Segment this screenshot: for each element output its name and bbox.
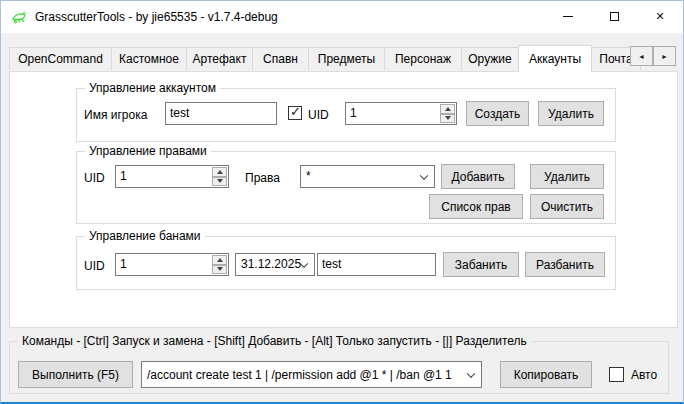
ban-reason-input[interactable] <box>322 255 431 273</box>
auto-checkbox-label: Авто <box>631 368 657 382</box>
spinner-down-button[interactable] <box>212 265 227 275</box>
permissions-management-group: Управление правами UID Права * Добавить … <box>76 151 616 224</box>
remove-permission-button[interactable]: Удалить <box>530 164 604 189</box>
close-button[interactable]: ✕ <box>637 1 683 32</box>
app-logo-icon <box>11 9 27 25</box>
spinner-down-button[interactable] <box>440 114 455 124</box>
uid-checkbox[interactable]: ✓ <box>288 106 302 120</box>
perm-uid-spinner <box>212 167 227 186</box>
ban-uid-field[interactable] <box>115 253 229 276</box>
delete-account-button[interactable]: Удалить <box>538 101 604 126</box>
player-name-field[interactable] <box>165 102 277 125</box>
spinner-down-icon <box>217 267 223 271</box>
tab-artifact[interactable]: Артефакт <box>186 47 253 70</box>
chevron-down-icon <box>467 369 475 377</box>
spinner-up-icon <box>217 170 223 174</box>
tab-character[interactable]: Персонаж <box>384 47 462 70</box>
perm-uid-input[interactable] <box>120 167 210 185</box>
run-command-button[interactable]: Выполнить (F5) <box>18 361 133 388</box>
permission-combobox[interactable]: * <box>300 165 435 188</box>
arrow-left-icon: ◄ <box>638 53 645 60</box>
player-name-label: Имя игрока <box>84 108 147 122</box>
ban-button[interactable]: Забанить <box>443 252 519 277</box>
perm-uid-label: UID <box>84 171 105 185</box>
accounts-tab-page: Управление аккаунтом Имя игрока ✓ UID Со… <box>9 71 678 328</box>
spinner-down-icon <box>217 179 223 183</box>
spinner-up-button[interactable] <box>212 167 227 177</box>
unban-button[interactable]: Разбанить <box>525 252 605 277</box>
list-permissions-button[interactable]: Список прав <box>429 194 523 219</box>
uid-checkbox-label: UID <box>308 108 329 122</box>
auto-checkbox[interactable] <box>609 367 624 382</box>
ban-uid-spinner <box>212 255 227 274</box>
copy-command-button[interactable]: Копировать <box>500 361 592 388</box>
permissions-group-title: Управление правами <box>85 144 211 159</box>
tab-items[interactable]: Предметы <box>308 47 385 70</box>
tab-scroll-right-button[interactable]: ► <box>653 46 676 66</box>
spinner-up-button[interactable] <box>440 104 455 114</box>
bans-group-title: Управление банами <box>85 229 205 244</box>
clear-permissions-button[interactable]: Очистить <box>530 194 604 219</box>
spinner-up-button[interactable] <box>212 255 227 265</box>
spinner-up-icon <box>217 258 223 262</box>
ban-uid-label: UID <box>84 259 105 273</box>
minimize-icon <box>563 16 573 17</box>
perm-uid-field[interactable] <box>115 165 229 188</box>
ban-date-picker[interactable]: 31.12.2025 <box>235 253 315 276</box>
tab-spawn[interactable]: Спавн <box>252 47 309 70</box>
account-uid-field[interactable] <box>345 102 457 125</box>
tab-strip: OpenCommand Кастомное Артефакт Спавн Пре… <box>1 45 683 72</box>
create-account-button[interactable]: Создать <box>466 101 529 126</box>
account-uid-input[interactable] <box>350 104 438 122</box>
spinner-down-button[interactable] <box>212 177 227 187</box>
ban-uid-input[interactable] <box>120 255 210 273</box>
tab-custom[interactable]: Кастомное <box>111 47 187 70</box>
command-combobox[interactable]: /account create test 1 | /permission add… <box>141 361 482 388</box>
tab-scroll-left-button[interactable]: ◄ <box>630 46 653 66</box>
minimize-button[interactable] <box>545 1 591 32</box>
perm-label: Права <box>245 171 280 185</box>
close-icon: ✕ <box>655 11 664 22</box>
window-title: GrasscutterTools - by jie65535 - v1.7.4-… <box>35 10 278 24</box>
tab-weapon[interactable]: Оружие <box>461 47 519 70</box>
tab-opencommand[interactable]: OpenCommand <box>9 47 112 70</box>
ban-management-group: Управление банами UID 31.12.2025 Забанит… <box>76 236 616 290</box>
maximize-button[interactable] <box>591 1 637 32</box>
commands-group: Команды - [Ctrl] Запуск и замена - [Shif… <box>9 341 669 394</box>
app-window: GrasscutterTools - by jie65535 - v1.7.4-… <box>0 0 684 404</box>
ban-reason-field[interactable] <box>317 253 436 276</box>
spinner-up-icon <box>445 107 451 111</box>
arrow-right-icon: ► <box>661 53 668 60</box>
tab-accounts[interactable]: Аккаунты <box>518 45 592 72</box>
account-uid-spinner <box>440 104 455 123</box>
commands-group-title: Команды - [Ctrl] Запуск и замена - [Shif… <box>18 334 531 349</box>
title-bar: GrasscutterTools - by jie65535 - v1.7.4-… <box>1 1 683 33</box>
maximize-icon <box>610 12 619 21</box>
player-name-input[interactable] <box>170 104 272 122</box>
chevron-down-icon <box>420 171 428 179</box>
add-permission-button[interactable]: Добавить <box>441 164 515 189</box>
account-management-group: Управление аккаунтом Имя игрока ✓ UID Со… <box>76 88 616 142</box>
checkmark-icon: ✓ <box>290 104 301 119</box>
account-group-title: Управление аккаунтом <box>85 81 220 96</box>
spinner-down-icon <box>445 116 451 120</box>
